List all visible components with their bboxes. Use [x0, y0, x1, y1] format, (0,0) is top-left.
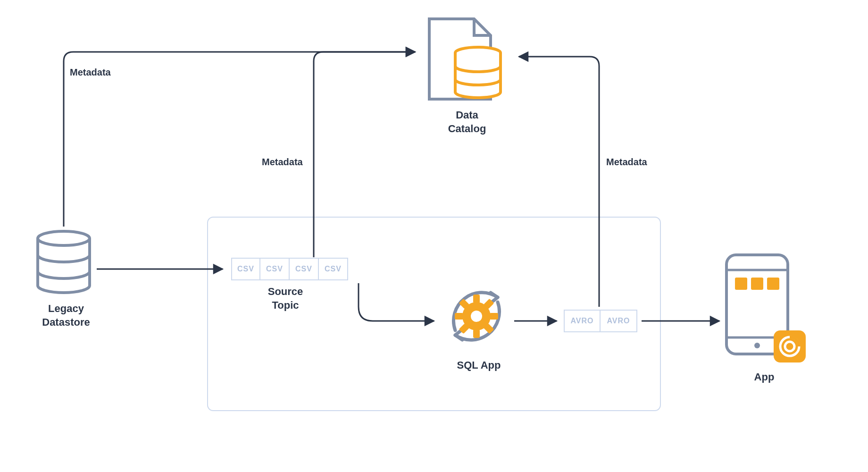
arrow-legacy-to-catalog — [64, 52, 415, 227]
csv-cell: CSV — [260, 258, 290, 280]
edge-label-meta-left: Metadata — [70, 66, 111, 78]
svg-rect-18 — [767, 278, 779, 290]
edge-label-meta-mid: Metadata — [262, 156, 303, 168]
arrow-avro-to-catalog — [519, 57, 599, 307]
legacy-datastore-label: Legacy Datastore — [28, 302, 104, 329]
edge-label-meta-right: Metadata — [606, 156, 647, 168]
csv-cell: CSV — [231, 258, 260, 280]
svg-point-0 — [38, 231, 90, 245]
diagram-svg — [0, 0, 868, 472]
app-badge-icon — [774, 330, 806, 362]
svg-point-3 — [471, 311, 482, 322]
svg-point-15 — [754, 343, 760, 348]
data-catalog-label: Data Catalog — [429, 109, 505, 135]
svg-rect-4 — [473, 295, 480, 303]
svg-rect-19 — [774, 330, 806, 362]
database-icon — [38, 231, 90, 293]
sql-app-label: SQL App — [443, 359, 514, 372]
svg-rect-7 — [490, 313, 498, 320]
svg-rect-17 — [751, 278, 763, 290]
avro-cell: AVRO — [601, 310, 637, 332]
svg-rect-5 — [473, 329, 480, 338]
arrow-source-to-catalog — [314, 52, 415, 257]
avro-cell: AVRO — [564, 310, 601, 332]
csv-block: CSV CSV CSV CSV — [231, 258, 348, 280]
source-topic-label: Source Topic — [250, 285, 321, 312]
avro-block: AVRO AVRO — [564, 310, 637, 332]
gear-icon — [455, 295, 498, 338]
svg-rect-16 — [735, 278, 747, 290]
csv-cell: CSV — [290, 258, 319, 280]
csv-cell: CSV — [319, 258, 348, 280]
app-label: App — [736, 371, 793, 384]
catalog-database-icon — [455, 47, 501, 98]
arrow-source-to-sqlapp — [359, 283, 434, 321]
svg-rect-6 — [455, 313, 463, 320]
